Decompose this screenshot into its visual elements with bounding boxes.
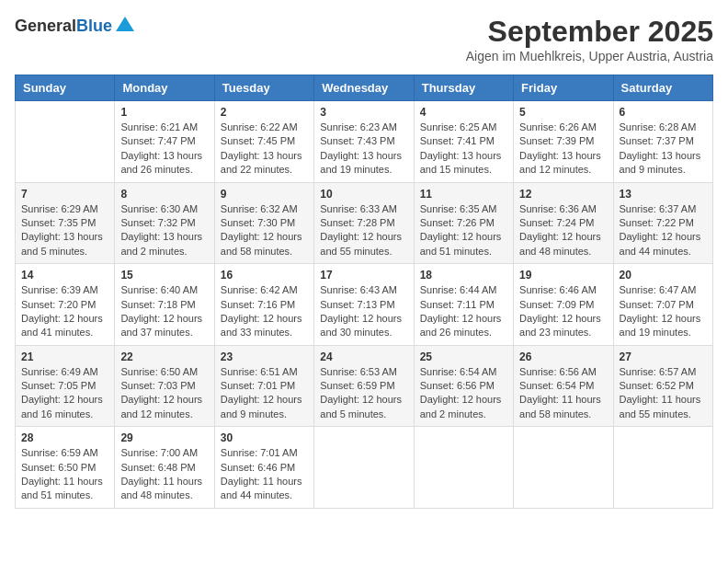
day-number: 24 bbox=[320, 350, 407, 363]
day-info: Sunrise: 6:32 AM Sunset: 7:30 PM Dayligh… bbox=[221, 202, 308, 259]
weekday-header: Saturday bbox=[613, 75, 712, 101]
day-number: 23 bbox=[221, 350, 308, 363]
day-info: Sunrise: 6:35 AM Sunset: 7:26 PM Dayligh… bbox=[420, 202, 507, 259]
calendar-cell: 6Sunrise: 6:28 AM Sunset: 7:37 PM Daylig… bbox=[613, 101, 712, 183]
calendar-cell: 11Sunrise: 6:35 AM Sunset: 7:26 PM Dayli… bbox=[414, 182, 513, 264]
logo: GeneralBlue bbox=[15, 15, 136, 37]
day-info: Sunrise: 6:56 AM Sunset: 6:54 PM Dayligh… bbox=[519, 365, 607, 422]
calendar-cell: 20Sunrise: 6:47 AM Sunset: 7:07 PM Dayli… bbox=[613, 264, 712, 346]
day-info: Sunrise: 6:43 AM Sunset: 7:13 PM Dayligh… bbox=[320, 283, 407, 340]
day-number: 18 bbox=[420, 269, 507, 282]
day-number: 8 bbox=[120, 188, 208, 201]
day-number: 12 bbox=[519, 188, 607, 201]
day-number: 15 bbox=[120, 269, 208, 282]
calendar-cell: 25Sunrise: 6:54 AM Sunset: 6:56 PM Dayli… bbox=[414, 345, 513, 427]
weekday-header: Friday bbox=[514, 75, 613, 101]
day-number: 3 bbox=[320, 106, 407, 119]
day-info: Sunrise: 6:57 AM Sunset: 6:52 PM Dayligh… bbox=[620, 365, 707, 422]
calendar-cell bbox=[414, 427, 513, 509]
day-info: Sunrise: 6:44 AM Sunset: 7:11 PM Dayligh… bbox=[420, 283, 507, 340]
day-number: 4 bbox=[420, 106, 507, 119]
day-number: 1 bbox=[120, 106, 208, 119]
day-info: Sunrise: 6:26 AM Sunset: 7:39 PM Dayligh… bbox=[519, 121, 607, 178]
day-info: Sunrise: 6:37 AM Sunset: 7:22 PM Dayligh… bbox=[620, 202, 707, 259]
logo-general: General bbox=[15, 17, 76, 35]
calendar-cell: 5Sunrise: 6:26 AM Sunset: 7:39 PM Daylig… bbox=[514, 101, 613, 183]
day-number: 2 bbox=[221, 106, 308, 119]
calendar-cell: 3Sunrise: 6:23 AM Sunset: 7:43 PM Daylig… bbox=[314, 101, 414, 183]
day-info: Sunrise: 6:30 AM Sunset: 7:32 PM Dayligh… bbox=[120, 202, 208, 259]
day-info: Sunrise: 6:23 AM Sunset: 7:43 PM Dayligh… bbox=[320, 121, 407, 178]
weekday-header: Wednesday bbox=[314, 75, 414, 101]
calendar-cell: 16Sunrise: 6:42 AM Sunset: 7:16 PM Dayli… bbox=[214, 264, 313, 346]
day-info: Sunrise: 6:53 AM Sunset: 6:59 PM Dayligh… bbox=[320, 365, 407, 422]
day-info: Sunrise: 6:25 AM Sunset: 7:41 PM Dayligh… bbox=[420, 121, 507, 178]
calendar-cell: 17Sunrise: 6:43 AM Sunset: 7:13 PM Dayli… bbox=[314, 264, 414, 346]
day-number: 25 bbox=[420, 350, 507, 363]
calendar-cell: 15Sunrise: 6:40 AM Sunset: 7:18 PM Dayli… bbox=[115, 264, 214, 346]
day-info: Sunrise: 6:21 AM Sunset: 7:47 PM Dayligh… bbox=[120, 121, 208, 178]
day-info: Sunrise: 6:51 AM Sunset: 7:01 PM Dayligh… bbox=[221, 365, 308, 422]
day-number: 10 bbox=[320, 188, 407, 201]
day-info: Sunrise: 6:40 AM Sunset: 7:18 PM Dayligh… bbox=[120, 283, 208, 340]
calendar-cell: 27Sunrise: 6:57 AM Sunset: 6:52 PM Dayli… bbox=[613, 345, 712, 427]
day-number: 5 bbox=[519, 106, 607, 119]
page-header: GeneralBlue September 2025 Aigen im Mueh… bbox=[15, 15, 713, 63]
calendar-cell: 14Sunrise: 6:39 AM Sunset: 7:20 PM Dayli… bbox=[16, 264, 115, 346]
day-number: 20 bbox=[620, 269, 707, 282]
calendar-cell: 2Sunrise: 6:22 AM Sunset: 7:45 PM Daylig… bbox=[214, 101, 313, 183]
day-number: 28 bbox=[21, 431, 108, 444]
day-info: Sunrise: 7:00 AM Sunset: 6:48 PM Dayligh… bbox=[120, 446, 208, 503]
calendar-cell: 26Sunrise: 6:56 AM Sunset: 6:54 PM Dayli… bbox=[514, 345, 613, 427]
day-info: Sunrise: 6:49 AM Sunset: 7:05 PM Dayligh… bbox=[21, 365, 108, 422]
day-info: Sunrise: 6:42 AM Sunset: 7:16 PM Dayligh… bbox=[221, 283, 308, 340]
calendar-cell: 22Sunrise: 6:50 AM Sunset: 7:03 PM Dayli… bbox=[115, 345, 214, 427]
day-info: Sunrise: 6:22 AM Sunset: 7:45 PM Dayligh… bbox=[221, 121, 308, 178]
day-number: 26 bbox=[519, 350, 607, 363]
day-info: Sunrise: 6:46 AM Sunset: 7:09 PM Dayligh… bbox=[519, 283, 607, 340]
calendar-cell: 28Sunrise: 6:59 AM Sunset: 6:50 PM Dayli… bbox=[16, 427, 115, 509]
month-title: September 2025 bbox=[466, 15, 713, 49]
day-number: 14 bbox=[21, 269, 108, 282]
calendar-cell: 23Sunrise: 6:51 AM Sunset: 7:01 PM Dayli… bbox=[214, 345, 313, 427]
day-info: Sunrise: 6:50 AM Sunset: 7:03 PM Dayligh… bbox=[120, 365, 208, 422]
weekday-header: Monday bbox=[115, 75, 214, 101]
day-info: Sunrise: 7:01 AM Sunset: 6:46 PM Dayligh… bbox=[221, 446, 308, 503]
calendar-cell: 9Sunrise: 6:32 AM Sunset: 7:30 PM Daylig… bbox=[214, 182, 313, 264]
day-number: 16 bbox=[221, 269, 308, 282]
calendar-cell: 8Sunrise: 6:30 AM Sunset: 7:32 PM Daylig… bbox=[115, 182, 214, 264]
logo-icon bbox=[114, 15, 136, 37]
day-info: Sunrise: 6:29 AM Sunset: 7:35 PM Dayligh… bbox=[21, 202, 108, 259]
day-number: 9 bbox=[221, 188, 308, 201]
weekday-header: Tuesday bbox=[214, 75, 313, 101]
day-info: Sunrise: 6:54 AM Sunset: 6:56 PM Dayligh… bbox=[420, 365, 507, 422]
calendar-cell: 30Sunrise: 7:01 AM Sunset: 6:46 PM Dayli… bbox=[214, 427, 313, 509]
day-info: Sunrise: 6:39 AM Sunset: 7:20 PM Dayligh… bbox=[21, 283, 108, 340]
logo-blue: Blue bbox=[76, 17, 112, 35]
calendar-cell bbox=[514, 427, 613, 509]
weekday-header: Sunday bbox=[16, 75, 115, 101]
calendar-cell: 24Sunrise: 6:53 AM Sunset: 6:59 PM Dayli… bbox=[314, 345, 414, 427]
day-number: 17 bbox=[320, 269, 407, 282]
calendar-cell: 19Sunrise: 6:46 AM Sunset: 7:09 PM Dayli… bbox=[514, 264, 613, 346]
day-info: Sunrise: 6:47 AM Sunset: 7:07 PM Dayligh… bbox=[620, 283, 707, 340]
calendar-cell: 12Sunrise: 6:36 AM Sunset: 7:24 PM Dayli… bbox=[514, 182, 613, 264]
location-title: Aigen im Muehlkreis, Upper Austria, Aust… bbox=[466, 49, 713, 63]
day-info: Sunrise: 6:33 AM Sunset: 7:28 PM Dayligh… bbox=[320, 202, 407, 259]
calendar-cell: 29Sunrise: 7:00 AM Sunset: 6:48 PM Dayli… bbox=[115, 427, 214, 509]
calendar-cell: 4Sunrise: 6:25 AM Sunset: 7:41 PM Daylig… bbox=[414, 101, 513, 183]
day-info: Sunrise: 6:28 AM Sunset: 7:37 PM Dayligh… bbox=[620, 121, 707, 178]
day-number: 11 bbox=[420, 188, 507, 201]
day-number: 22 bbox=[120, 350, 208, 363]
title-area: September 2025 Aigen im Muehlkreis, Uppe… bbox=[466, 15, 713, 63]
calendar-cell bbox=[314, 427, 414, 509]
day-number: 27 bbox=[620, 350, 707, 363]
day-number: 29 bbox=[120, 431, 208, 444]
calendar-cell: 10Sunrise: 6:33 AM Sunset: 7:28 PM Dayli… bbox=[314, 182, 414, 264]
day-number: 13 bbox=[620, 188, 707, 201]
day-info: Sunrise: 6:36 AM Sunset: 7:24 PM Dayligh… bbox=[519, 202, 607, 259]
calendar-cell: 13Sunrise: 6:37 AM Sunset: 7:22 PM Dayli… bbox=[613, 182, 712, 264]
calendar-cell bbox=[613, 427, 712, 509]
calendar-cell: 18Sunrise: 6:44 AM Sunset: 7:11 PM Dayli… bbox=[414, 264, 513, 346]
day-info: Sunrise: 6:59 AM Sunset: 6:50 PM Dayligh… bbox=[21, 446, 108, 503]
